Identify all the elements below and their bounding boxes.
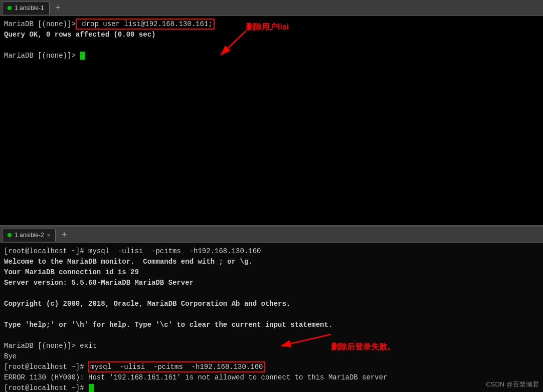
top-line-2: Query OK, 0 rows affected (0.00 sec) (4, 31, 155, 39)
top-terminal-wrapper: 1 ansible-1 + MariaDB [(none)]> drop use… (0, 0, 543, 225)
bottom-tab-close[interactable]: × (47, 232, 50, 238)
bottom-tab[interactable]: 1 ansible-2 × (2, 229, 56, 242)
bottom-terminal-content: [root@localhost ~]# mysql -ulisi -pcitms… (4, 246, 539, 392)
bottom-line-6: Type 'help;' or '\h' for help. Type '\c'… (4, 321, 332, 329)
top-tab-dot (8, 6, 12, 10)
top-line-1-prompt: MariaDB [(none)]> (4, 20, 76, 28)
bottom-terminal-pane: [root@localhost ~]# mysql -ulisi -pcitms… (0, 243, 543, 392)
bottom-tab-label: 1 ansible-2 (15, 232, 44, 239)
bottom-line-5: Copyright (c) 2000, 2018, Oracle, MariaD… (4, 300, 290, 308)
top-line-3-prompt: MariaDB [(none)]> (4, 52, 80, 60)
bottom-tab-add[interactable]: + (58, 229, 71, 242)
watermark: CSDN @百禁倾君 (486, 379, 539, 389)
bottom-tab-bar: 1 ansible-2 × + (0, 227, 543, 243)
bottom-cursor (89, 384, 94, 392)
top-terminal-content: MariaDB [(none)]> drop user lisi@192.168… (4, 19, 539, 61)
bottom-line-4: Server version: 5.5.68-MariaDB MariaDB S… (4, 279, 194, 287)
top-line-1-command: drop user lisi@192.168.130.161; (76, 19, 215, 30)
bottom-highlighted-cmd: mysql -ulisi -pcitms -h192.168.130.160 (88, 361, 265, 372)
top-tab-add[interactable]: + (52, 2, 65, 15)
bottom-line-3: Your MariaDB connection id is 29 (4, 268, 139, 276)
bottom-tab-dot (8, 233, 12, 237)
top-tab[interactable]: 1 ansible-1 (2, 2, 50, 15)
bottom-line-2: Welcome to the MariaDB monitor. Commands… (4, 258, 253, 266)
top-tab-bar: 1 ansible-1 + (0, 0, 543, 16)
top-tab-label: 1 ansible-1 (15, 5, 44, 12)
top-cursor (80, 52, 85, 60)
bottom-terminal-wrapper: 1 ansible-2 × + [root@localhost ~]# mysq… (0, 227, 543, 392)
top-terminal-pane: MariaDB [(none)]> drop user lisi@192.168… (0, 16, 543, 225)
